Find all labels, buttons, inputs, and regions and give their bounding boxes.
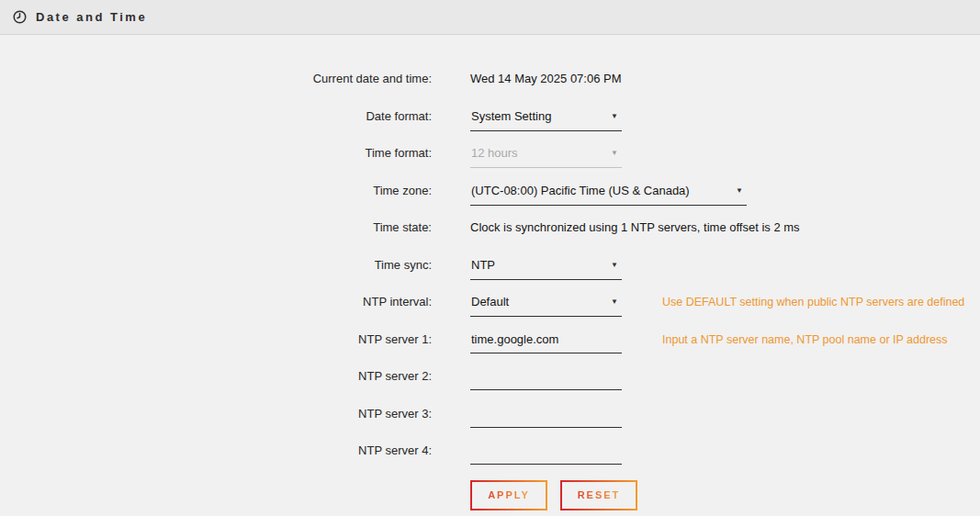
current-datetime-label: Current date and time: bbox=[0, 66, 432, 86]
date-format-select[interactable]: System Setting ▼ bbox=[470, 104, 622, 131]
apply-button-label: APPLY bbox=[488, 489, 530, 500]
time-state-label: Time state: bbox=[0, 215, 432, 235]
ntp-interval-select[interactable]: Default ▼ bbox=[470, 289, 622, 317]
form-row-ntp-server-2: NTP server 2: bbox=[0, 364, 980, 401]
date-time-settings-page: Date and Time Current date and time: Wed… bbox=[0, 0, 980, 510]
ntp-server-1-input[interactable] bbox=[470, 327, 622, 353]
form-actions: APPLY RESET bbox=[0, 480, 980, 510]
form-row-ntp-server-3: NTP server 3: bbox=[0, 401, 980, 439]
date-format-label: Date format: bbox=[0, 104, 432, 124]
form-row-current-datetime: Current date and time: Wed 14 May 2025 0… bbox=[0, 66, 980, 104]
form-row-ntp-interval: NTP interval: Default ▼ Use DEFAULT sett… bbox=[0, 289, 980, 327]
form-row-ntp-server-4: NTP server 4: bbox=[0, 438, 980, 476]
ntp-server-1-hint: Input a NTP server name, NTP pool name o… bbox=[662, 327, 948, 347]
time-sync-selected-value: NTP bbox=[471, 258, 495, 273]
form-row-time-format: Time format: 12 hours ▼ bbox=[0, 140, 980, 178]
form-row-time-zone: Time zone: (UTC-08:00) Pacific Time (US … bbox=[0, 178, 980, 216]
ntp-interval-selected-value: Default bbox=[471, 295, 509, 309]
ntp-server-2-input[interactable] bbox=[470, 364, 622, 390]
chevron-down-icon: ▼ bbox=[611, 258, 618, 273]
clock-icon bbox=[13, 10, 27, 24]
ntp-server-4-label: NTP server 4: bbox=[0, 438, 432, 458]
form-row-time-state: Time state: Clock is synchronized using … bbox=[0, 215, 980, 252]
current-datetime-value: Wed 14 May 2025 07:06 PM bbox=[470, 66, 622, 86]
apply-button[interactable]: APPLY bbox=[470, 480, 547, 510]
time-sync-select[interactable]: NTP ▼ bbox=[470, 252, 622, 280]
form-row-time-sync: Time sync: NTP ▼ bbox=[0, 252, 980, 290]
time-state-value: Clock is synchronized using 1 NTP server… bbox=[470, 215, 800, 235]
time-format-select: 12 hours ▼ bbox=[470, 140, 622, 168]
date-format-selected-value: System Setting bbox=[471, 109, 551, 124]
chevron-down-icon: ▼ bbox=[611, 146, 618, 161]
ntp-interval-hint: Use DEFAULT setting when public NTP serv… bbox=[662, 289, 964, 309]
settings-form: Current date and time: Wed 14 May 2025 0… bbox=[0, 35, 980, 510]
form-row-ntp-server-1: NTP server 1: Input a NTP server name, N… bbox=[0, 327, 980, 365]
form-row-date-format: Date format: System Setting ▼ bbox=[0, 104, 980, 141]
ntp-interval-label: NTP interval: bbox=[0, 289, 432, 309]
chevron-down-icon: ▼ bbox=[611, 109, 618, 124]
ntp-server-3-label: NTP server 3: bbox=[0, 401, 432, 421]
time-sync-label: Time sync: bbox=[0, 252, 432, 273]
reset-button-label: RESET bbox=[578, 489, 621, 500]
reset-button[interactable]: RESET bbox=[560, 480, 637, 510]
time-format-selected-value: 12 hours bbox=[471, 146, 518, 161]
ntp-server-1-label: NTP server 1: bbox=[0, 327, 432, 347]
time-format-label: Time format: bbox=[0, 140, 432, 161]
chevron-down-icon: ▼ bbox=[611, 295, 618, 309]
ntp-server-2-label: NTP server 2: bbox=[0, 364, 432, 384]
time-zone-label: Time zone: bbox=[0, 178, 432, 198]
ntp-server-4-input[interactable] bbox=[470, 438, 622, 465]
time-zone-select[interactable]: (UTC-08:00) Pacific Time (US & Canada) ▼ bbox=[470, 178, 747, 206]
ntp-server-3-input[interactable] bbox=[470, 401, 622, 428]
page-title: Date and Time bbox=[36, 10, 147, 24]
page-header: Date and Time bbox=[0, 0, 980, 35]
chevron-down-icon: ▼ bbox=[736, 184, 743, 198]
time-zone-selected-value: (UTC-08:00) Pacific Time (US & Canada) bbox=[471, 184, 690, 198]
